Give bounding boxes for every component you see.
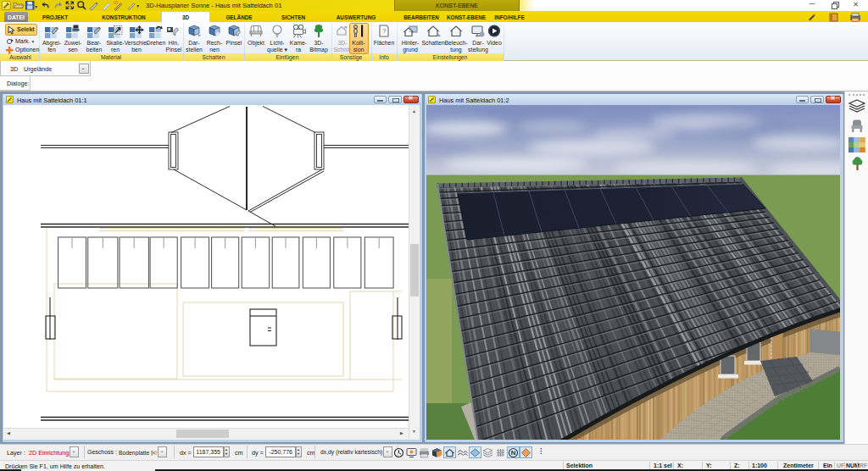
svg-text:N: N: [511, 449, 516, 457]
svg-text:?: ?: [382, 27, 387, 35]
